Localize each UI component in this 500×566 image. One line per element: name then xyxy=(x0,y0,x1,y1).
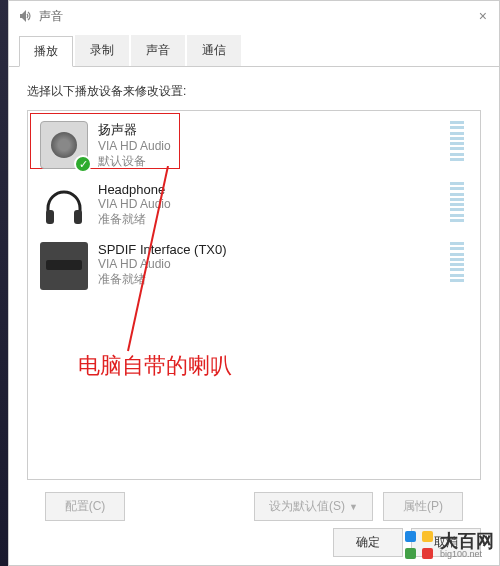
watermark-name: 大百网 xyxy=(440,532,494,550)
level-meter xyxy=(450,121,464,161)
device-name: Headphone xyxy=(98,182,450,197)
device-status: 准备就绪 xyxy=(98,211,450,228)
tab-playback[interactable]: 播放 xyxy=(19,36,73,67)
device-driver: VIA HD Audio xyxy=(98,197,450,211)
properties-button[interactable]: 属性(P) xyxy=(383,492,463,521)
set-default-button[interactable]: 设为默认值(S)▼ xyxy=(254,492,373,521)
svg-rect-1 xyxy=(74,210,82,224)
headphone-icon xyxy=(40,182,88,230)
device-driver: VIA HD Audio xyxy=(98,139,450,153)
annotation-label: 电脑自带的喇叭 xyxy=(78,351,232,381)
chevron-down-icon: ▼ xyxy=(349,502,358,512)
tab-communications[interactable]: 通信 xyxy=(187,35,241,66)
device-item-spdif[interactable]: SPDIF Interface (TX0) VIA HD Audio 准备就绪 xyxy=(32,236,476,296)
device-name: 扬声器 xyxy=(98,121,450,139)
watermark: 大百网 big100.net xyxy=(404,530,494,560)
configure-button[interactable]: 配置(C) xyxy=(45,492,125,521)
device-status: 准备就绪 xyxy=(98,271,450,288)
instruction-text: 选择以下播放设备来修改设置: xyxy=(27,83,481,100)
device-list: ✓ 扬声器 VIA HD Audio 默认设备 Headphone VIA HD… xyxy=(27,110,481,480)
speaker-device-icon: ✓ xyxy=(40,121,88,169)
level-meter xyxy=(450,242,464,282)
set-default-label: 设为默认值(S) xyxy=(269,499,345,513)
svg-rect-0 xyxy=(46,210,54,224)
titlebar: 声音 × xyxy=(9,1,499,31)
sound-dialog: 声音 × 播放 录制 声音 通信 选择以下播放设备来修改设置: ✓ 扬声器 VI… xyxy=(8,0,500,566)
spdif-icon xyxy=(40,242,88,290)
dialog-title: 声音 xyxy=(39,8,63,25)
watermark-logo-icon xyxy=(404,530,434,560)
ok-button[interactable]: 确定 xyxy=(333,528,403,557)
level-meter xyxy=(450,182,464,222)
tabstrip: 播放 录制 声音 通信 xyxy=(9,31,499,67)
tab-recording[interactable]: 录制 xyxy=(75,35,129,66)
speaker-icon xyxy=(17,8,33,24)
tab-sounds[interactable]: 声音 xyxy=(131,35,185,66)
device-name: SPDIF Interface (TX0) xyxy=(98,242,450,257)
device-item-headphone[interactable]: Headphone VIA HD Audio 准备就绪 xyxy=(32,176,476,236)
device-item-speakers[interactable]: ✓ 扬声器 VIA HD Audio 默认设备 xyxy=(32,115,476,176)
default-check-icon: ✓ xyxy=(74,155,92,173)
watermark-url: big100.net xyxy=(440,550,494,559)
device-status: 默认设备 xyxy=(98,153,450,170)
close-icon[interactable]: × xyxy=(475,8,491,24)
device-driver: VIA HD Audio xyxy=(98,257,450,271)
